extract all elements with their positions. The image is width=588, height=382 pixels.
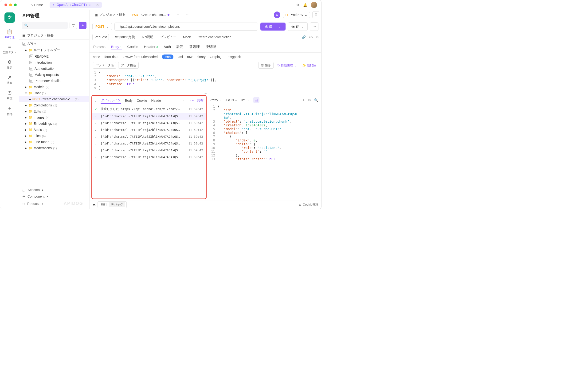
ptab-cookie[interactable]: Cookie [127, 44, 139, 50]
tree-folder-Completions[interactable]: ▸📁 Completions (1) [19, 102, 89, 108]
rail-item-2[interactable]: ⚙設定 [2, 57, 18, 72]
method-select[interactable]: POST⌄ [92, 23, 112, 30]
code-icon[interactable]: </> [309, 35, 313, 39]
tree-api-root[interactable]: 96 API ▾ [19, 41, 89, 47]
search-input[interactable]: 🔍 [22, 22, 68, 29]
minimize-dot[interactable] [9, 3, 12, 6]
subtab-request[interactable]: Request [92, 34, 109, 40]
tab-project-overview[interactable]: ▣プロジェクト概要 [91, 10, 129, 20]
rail-item-0[interactable]: 📋API管理 [2, 27, 18, 42]
collapse-icon[interactable]: ⌄ [94, 99, 97, 102]
body-type-form-data[interactable]: form-data [104, 55, 118, 59]
collapse-left-icon[interactable]: ≪ [92, 203, 96, 206]
ptab-body[interactable]: Body1 [111, 44, 122, 50]
autogen-button[interactable]: ↻ 自動生成 ⌄ [275, 62, 298, 69]
mode-toggle[interactable]: 設計 デバッグ [98, 201, 127, 208]
maximize-dot[interactable] [14, 3, 17, 6]
timeline-row[interactable]: ↓{"id":"chatcmpl-7tT8IPltejJZbliKNU47AG4… [92, 147, 206, 154]
tree-folder-Audio[interactable]: ▸📁 Audio (2) [19, 127, 89, 133]
tree-root-folder[interactable]: ▸📁 ルートフォルダー [19, 47, 89, 53]
component-row[interactable]: ≋Component▸ [19, 193, 89, 200]
gear-icon[interactable]: ⚙ [296, 3, 299, 7]
share-button[interactable]: 共有 [197, 99, 204, 103]
close-dot[interactable] [4, 3, 7, 6]
new-tab-button[interactable]: ＋ [173, 10, 183, 20]
tree-folder-Fine-tunes[interactable]: ▸📁 Fine-tunes (6) [19, 139, 89, 145]
body-type-msgpack[interactable]: msgpack [228, 55, 241, 59]
timeline-row[interactable]: ↓{"id":"chatcmpl-7tT8IPltejJZbliKNU47AG4… [92, 140, 206, 147]
timeline-row[interactable]: ✓接続しました https://api.openai.com/v1/chat/…… [92, 105, 206, 113]
timeline-row[interactable]: ↓{"id":"chatcmpl-7tT8IPltejJZbliKNU47AG4… [92, 120, 206, 126]
json-select[interactable]: JSON ⌄ [225, 98, 238, 102]
tab-home[interactable]: ⌂ Home [28, 2, 46, 8]
drag-handle[interactable]: ⋯ [89, 92, 321, 95]
send-dropdown[interactable]: ⌄ [276, 25, 281, 28]
data-struct-button[interactable]: データ構造 [118, 62, 139, 69]
rltab-body[interactable]: Body [125, 98, 133, 103]
timeline-row[interactable]: ↓{"id":"chatcmpl-7tT8IPltejJZbliKNU47AG4… [92, 113, 206, 120]
bell-icon[interactable]: 🔔 [303, 3, 307, 7]
tab-overflow[interactable]: ⋯ [183, 10, 193, 20]
tab-create-chat[interactable]: POST Create chat co… [129, 10, 173, 20]
url-input[interactable]: https://api.openai.com/v1/chat/completio… [114, 22, 258, 31]
tree-endpoint-create-chat[interactable]: ▸POST Create chat comple… (1) [19, 96, 89, 102]
tree-folder-Embeddings[interactable]: ▸📁 Embeddings (1) [19, 121, 89, 127]
tree-folder-Images[interactable]: ▸📁 Images (4) [19, 114, 89, 121]
wrap-button[interactable]: ⇶ [253, 97, 259, 103]
request-row[interactable]: ◇Request▸APIDOG [19, 200, 89, 207]
send-button[interactable]: 送 信⌄ [260, 22, 286, 31]
subtab-api-desc[interactable]: API説明 [140, 34, 155, 40]
avatar[interactable] [311, 2, 317, 8]
subtab-mock[interactable]: Mock [181, 34, 193, 40]
ptab-preprocess[interactable]: 前処理 [189, 44, 200, 50]
app-logo[interactable]: ✲ [4, 12, 15, 23]
download-icon[interactable]: ⤓ [302, 98, 305, 102]
subtab-preview[interactable]: プレビュー [158, 34, 178, 40]
tree-doc-README[interactable]: M README [19, 53, 89, 60]
body-type-raw[interactable]: raw [187, 55, 192, 59]
link-icon[interactable]: 🔗 [302, 35, 306, 39]
rail-item-4[interactable]: ◷履歴 [2, 87, 18, 103]
body-type-binary[interactable]: binary [197, 55, 206, 59]
timeline-row[interactable]: ↓{"id":"chatcmpl-7tT8IPltejJZbliKNU47AG4… [92, 133, 206, 140]
timeline-row[interactable]: ↓{"id":"chatcmpl-7tT8IPltejJZbliKNU47AG4… [92, 154, 206, 161]
utf8-select[interactable]: utf8 ⌄ [241, 98, 250, 102]
tree-doc-Making requests[interactable]: M Making requests [19, 72, 89, 78]
share-icon[interactable]: ⚬⚭ [189, 99, 195, 102]
hamburger-button[interactable]: ☰ [312, 11, 319, 18]
rltab-timeline[interactable]: タイムライン [101, 97, 121, 104]
pretty-select[interactable]: Pretty ⌄ [210, 98, 222, 102]
format-button[interactable]: 🗑 整形 [258, 62, 273, 69]
copy-icon[interactable]: ⧉ [316, 35, 318, 39]
subtab-response-def[interactable]: Response定義 [112, 34, 137, 40]
save-button[interactable]: 保 存⌄ [288, 22, 308, 31]
schema-row[interactable]: ⬚Schema▸ [19, 186, 89, 193]
body-type-json[interactable]: json [162, 55, 174, 59]
body-type-x-www-form-urlencoded[interactable]: x-www-form-urlencoded [123, 55, 158, 59]
rail-item-1[interactable]: ≡自動テスト [2, 42, 18, 57]
ptab-header[interactable]: Header3 [143, 44, 158, 50]
tree-folder-Files[interactable]: ▸📁 Files (6) [19, 133, 89, 139]
search-icon[interactable]: 🔍 [314, 98, 318, 102]
filter-button[interactable]: ▽ [70, 22, 77, 29]
more-icon[interactable]: ⋯ [183, 99, 187, 102]
tree-folder-Chat[interactable]: ▾📁 Chat (1) [19, 90, 89, 96]
body-type-GraphQL[interactable]: GraphQL [210, 55, 224, 59]
param-value-button[interactable]: パラメータ値 [93, 62, 116, 69]
tree-folder-Moderations[interactable]: ▸📁 Moderations (1) [19, 145, 89, 151]
close-icon[interactable]: ✕ [96, 3, 99, 7]
tree-doc-Parameter details[interactable]: M Parameter details [19, 78, 89, 84]
ptab-auth[interactable]: Auth [163, 44, 171, 50]
tree-folder-Edits[interactable]: ▸📁 Edits (1) [19, 108, 89, 114]
ptab-settings[interactable]: 設定 [176, 44, 184, 50]
more-button[interactable]: ⋯ [310, 22, 318, 31]
rltab-header[interactable]: Heade [151, 98, 162, 103]
tree-folder-Models[interactable]: ▸📁 Models (2) [19, 84, 89, 90]
tree-doc-Introduction[interactable]: M Introduction [19, 60, 89, 65]
env-selector[interactable]: PrProd Env⌄ [283, 12, 310, 18]
timeline-row[interactable]: ↓{"id":"chatcmpl-7tT8IPltejJZbliKNU47AG4… [92, 126, 206, 133]
copy-icon[interactable]: ⧉ [308, 98, 311, 102]
add-button[interactable]: ＋ [79, 22, 86, 29]
rail-item-3[interactable]: ↗共有 [2, 72, 18, 87]
cookie-manage[interactable]: ⚙Cookie管理 [299, 202, 318, 207]
